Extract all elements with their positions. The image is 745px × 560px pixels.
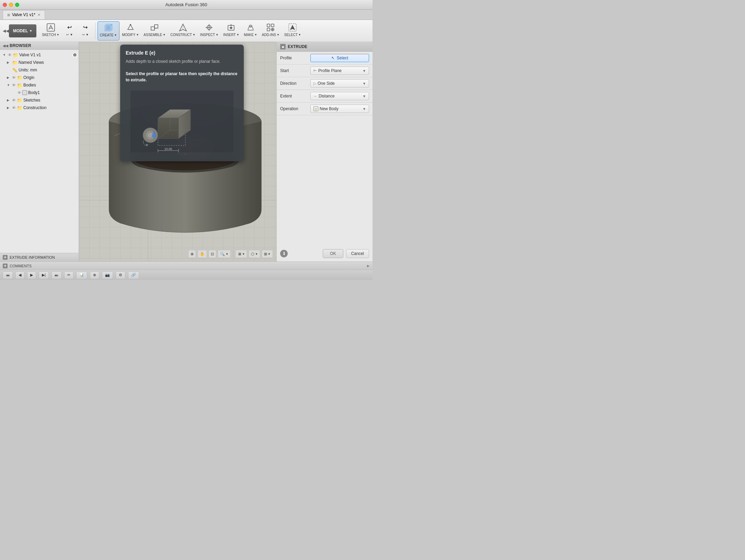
viewport-view-mode-btn[interactable]: 🖥 ▼ bbox=[235, 250, 247, 258]
browser-tree: ▼ 👁 📁 Valve V1 v1 ▶ 📁 Named Views ▶ 📏 Un… bbox=[0, 50, 79, 253]
viewport-grid-btn[interactable]: ⊞ ▼ bbox=[262, 250, 273, 258]
timeline-next-btn[interactable]: ▶| bbox=[39, 271, 49, 279]
timeline-play-btn[interactable]: ▶ bbox=[27, 271, 36, 279]
tab-label: Valve V1 v1* bbox=[12, 12, 35, 17]
toolbar-construct[interactable]: CONSTRUCT ▼ bbox=[168, 21, 197, 40]
tree-folder-bodies: 📁 bbox=[17, 83, 22, 88]
info-button[interactable]: ℹ bbox=[280, 250, 288, 257]
panel-buttons: ℹ OK Cancel bbox=[277, 246, 372, 261]
tree-item-origin[interactable]: ▶ 👁 📁 Origin bbox=[0, 74, 79, 81]
extrude-info-expand-icon[interactable]: + bbox=[3, 255, 8, 260]
capture-btn[interactable]: 📷 bbox=[102, 271, 113, 279]
tree-folder-origin: 📁 bbox=[17, 75, 22, 80]
operation-dropdown[interactable]: □ New Body ▼ bbox=[310, 105, 369, 113]
make-arrow-icon: ▼ bbox=[254, 33, 257, 36]
toolbar-addins[interactable]: ADD-INS ▼ bbox=[260, 21, 282, 40]
maximize-button[interactable] bbox=[15, 3, 19, 7]
tree-eye-body1[interactable]: 👁 bbox=[18, 91, 21, 95]
viewport-orbit-btn[interactable]: ⊕ bbox=[188, 250, 196, 258]
create-label: CREATE ▼ bbox=[100, 33, 117, 37]
close-button[interactable] bbox=[3, 3, 7, 7]
viewport-zoom-fit-btn[interactable]: ⊡ bbox=[208, 250, 216, 258]
tab-close-icon[interactable]: ✕ bbox=[37, 13, 41, 17]
operation-dropdown-arrow-icon: ▼ bbox=[363, 107, 366, 111]
viewport-pan-btn[interactable]: ✋ bbox=[197, 250, 207, 258]
explode-btn[interactable]: ⊕ bbox=[90, 271, 99, 279]
tree-item-valve[interactable]: ▼ 👁 📁 Valve V1 v1 bbox=[0, 51, 79, 59]
timeline-prev-icon: ◀ bbox=[19, 273, 21, 277]
svg-rect-0 bbox=[47, 24, 55, 31]
timeline-end-btn[interactable]: ⏭ bbox=[51, 271, 61, 279]
operation-value: New Body bbox=[320, 106, 339, 111]
tree-item-named-views[interactable]: ▶ 📁 Named Views bbox=[0, 59, 79, 66]
tree-item-body1[interactable]: ▶ 👁 Body1 bbox=[0, 89, 79, 96]
edit-feature-btn[interactable]: ✏ bbox=[64, 271, 73, 279]
comments-resize-handle[interactable]: ▶ bbox=[367, 264, 370, 268]
toolbar-redo[interactable]: ↪ ↪ ▼ bbox=[78, 21, 93, 40]
show-timeline-btn[interactable]: 📊 bbox=[76, 271, 87, 279]
addins-icon bbox=[265, 22, 276, 33]
ok-button[interactable]: OK bbox=[323, 249, 343, 258]
tree-eye-construction[interactable]: 👁 bbox=[12, 106, 16, 110]
toolbar-insert[interactable]: INSERT ▼ bbox=[221, 21, 241, 40]
cancel-button[interactable]: Cancel bbox=[346, 249, 369, 258]
tree-label-body1: Body1 bbox=[28, 90, 40, 95]
make-icon bbox=[245, 22, 256, 33]
settings-btn[interactable]: ⚙ bbox=[116, 271, 125, 279]
viewport-display-mode-btn[interactable]: ⬡ ▼ bbox=[249, 250, 260, 258]
extrude-info-panel[interactable]: + EXTRUDE INFORMATION bbox=[0, 253, 79, 261]
toolbar-make[interactable]: MAKE ▼ bbox=[242, 21, 259, 40]
joint-btn[interactable]: 🔗 bbox=[128, 271, 139, 279]
explode-icon: ⊕ bbox=[93, 273, 96, 277]
toolbar-modify[interactable]: MODIFY ▼ bbox=[120, 21, 141, 40]
extent-dropdown[interactable]: ↔ Distance ▼ bbox=[310, 92, 369, 100]
minimize-button[interactable] bbox=[9, 3, 13, 7]
tree-eye-sketches[interactable]: 👁 bbox=[12, 98, 16, 102]
toolbar-select[interactable]: SELECT ▼ bbox=[282, 21, 303, 40]
model-menu-button[interactable]: MODEL ▼ bbox=[9, 24, 36, 37]
tree-item-bodies[interactable]: ▼ 👁 📁 Bodies bbox=[0, 81, 79, 89]
tooltip-desc-line1: Adds depth to a closed sketch profile or… bbox=[126, 59, 220, 64]
toolbar-create[interactable]: CREATE ▼ bbox=[98, 21, 119, 40]
tree-item-construction[interactable]: ▶ 👁 📁 Construction bbox=[0, 104, 79, 112]
timeline-start-btn[interactable]: ⏮ bbox=[3, 271, 13, 279]
tabbar: ⊞ Valve V1 v1* ✕ bbox=[0, 10, 372, 20]
viewport[interactable]: Extrude E (e) Adds depth to a closed ske… bbox=[79, 42, 276, 261]
viewport-zoom-window-btn[interactable]: 🔍 ▼ bbox=[218, 250, 231, 258]
cursor-icon: ↖ bbox=[331, 56, 335, 60]
tree-arrow-bodies: ▼ bbox=[7, 83, 11, 87]
tree-eye-bodies[interactable]: 👁 bbox=[12, 83, 16, 87]
tab-valve-v1[interactable]: ⊞ Valve V1 v1* ✕ bbox=[3, 10, 45, 19]
toolbar-inspect[interactable]: INSPECT ▼ bbox=[198, 21, 220, 40]
comments-expand-icon[interactable]: + bbox=[3, 264, 8, 268]
show-timeline-icon: 📊 bbox=[79, 273, 84, 277]
timeline-prev-btn[interactable]: ◀ bbox=[15, 271, 24, 279]
view-mode-icon: 🖥 bbox=[238, 252, 241, 256]
assemble-arrow-icon: ▼ bbox=[163, 33, 165, 36]
profile-select-button[interactable]: ↖ Select bbox=[310, 54, 369, 62]
svg-rect-15 bbox=[267, 24, 270, 27]
select-label: SELECT ▼ bbox=[284, 33, 301, 37]
titlebar: Autodesk Fusion 360 bbox=[0, 0, 372, 10]
start-dropdown[interactable]: ⊢ Profile Plane ▼ bbox=[310, 67, 369, 75]
tree-eye-valve[interactable]: 👁 bbox=[8, 53, 12, 57]
tree-item-sketches[interactable]: ▶ 👁 📁 Sketches bbox=[0, 96, 79, 104]
vp-separator-1 bbox=[233, 250, 233, 257]
toolbar-undo[interactable]: ↩ ↩ ▼ bbox=[62, 21, 77, 40]
tree-arrow-named-views: ▶ bbox=[7, 61, 11, 64]
sidebar-toggle[interactable]: ◀◀ bbox=[3, 28, 8, 33]
comments-label: COMMENTS bbox=[10, 264, 32, 268]
tree-eye-origin[interactable]: 👁 bbox=[12, 75, 16, 80]
grid-icon: ⊞ bbox=[264, 252, 267, 256]
select-icon bbox=[287, 22, 298, 33]
toolbar-assemble[interactable]: ASSEMBLE ▼ bbox=[141, 21, 168, 40]
browser-collapse-icon[interactable]: ◀◀ bbox=[3, 44, 8, 48]
construct-label: CONSTRUCT ▼ bbox=[170, 33, 195, 37]
panel-label-profile: Profile bbox=[280, 56, 308, 60]
tree-item-units[interactable]: ▶ 📏 Units: mm bbox=[0, 66, 79, 74]
assemble-icon bbox=[149, 22, 160, 33]
create-arrow-icon: ▼ bbox=[114, 34, 117, 37]
toolbar-sketch[interactable]: SKETCH ▼ bbox=[40, 21, 61, 40]
direction-dropdown[interactable]: ▷ One Side ▼ bbox=[310, 79, 369, 88]
tree-arrow-valve: ▼ bbox=[3, 53, 7, 57]
